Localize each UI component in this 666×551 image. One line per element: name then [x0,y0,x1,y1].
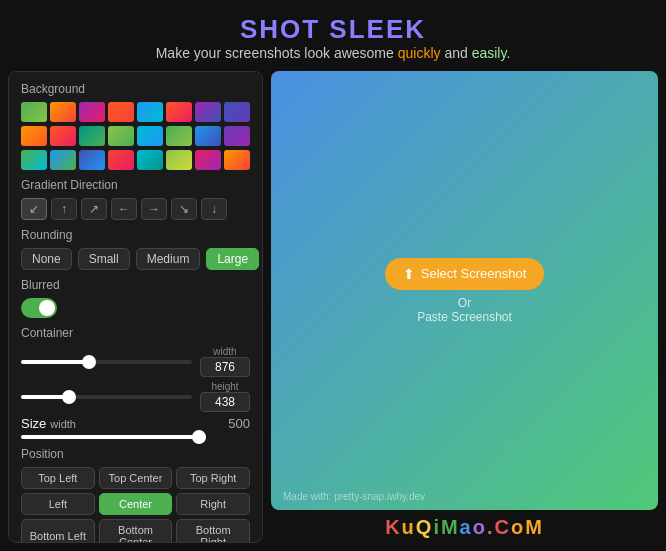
paste-label: Paste Screenshot [417,310,512,324]
height-input-box: height [200,381,250,412]
brand-k: K [385,516,401,538]
dir-btn-se[interactable]: ↘ [171,198,197,220]
height-slider-row: height [21,381,250,412]
subtitle-pre: Make your screenshots look awesome [156,45,398,61]
round-large-btn[interactable]: Large [206,248,259,270]
swatch[interactable] [108,150,134,170]
subtitle-easily: easily [472,45,507,61]
toggle-knob [39,300,55,316]
subtitle-end: . [506,45,510,61]
swatch[interactable] [137,126,163,146]
width-slider-track[interactable] [21,360,192,364]
upload-icon: ⬆ [403,266,415,282]
width-slider-row: width [21,346,250,377]
brand-dot: . [487,516,495,538]
preview-area[interactable]: ⬆ Select Screenshot Or Paste Screenshot … [271,71,658,510]
round-small-btn[interactable]: Small [78,248,130,270]
blurred-label: Blurred [21,278,250,292]
size-slider-track[interactable] [21,435,206,439]
width-input[interactable] [200,357,250,377]
container-label: Container [21,326,250,340]
pos-top-right-btn[interactable]: Top Right [176,467,250,489]
swatch[interactable] [195,150,221,170]
brand-a: a [460,516,473,538]
height-slider-thumb[interactable] [62,390,76,404]
swatch[interactable] [224,126,250,146]
pos-left-btn[interactable]: Left [21,493,95,515]
swatch-grid-1 [21,102,250,122]
gradient-direction-label: Gradient Direction [21,178,250,192]
swatch[interactable] [137,150,163,170]
swatch[interactable] [79,102,105,122]
dir-btn-left[interactable]: ← [111,198,137,220]
dir-btn-sw[interactable]: ↙ [21,198,47,220]
size-slider-thumb[interactable] [192,430,206,444]
swatch[interactable] [108,126,134,146]
size-label: Size [21,416,46,431]
brand-u: u [402,516,416,538]
swatch[interactable] [21,150,47,170]
size-label-row: Size width 500 [21,416,250,431]
select-screenshot-btn[interactable]: ⬆ Select Screenshot [385,258,545,290]
dir-btn-right[interactable]: → [141,198,167,220]
pos-right-btn[interactable]: Right [176,493,250,515]
pos-bottom-right-btn[interactable]: Bottom Right [176,519,250,543]
swatch[interactable] [195,126,221,146]
app-subtitle: Make your screenshots look awesome quick… [0,45,666,61]
swatch[interactable] [166,126,192,146]
height-label: height [211,381,238,392]
brand-area: KuQiMao.CoM [271,510,658,543]
preview-watermark: Made with: pretty-snap.iwhy.dev [283,491,425,502]
swatch[interactable] [195,102,221,122]
brand-i: i [433,516,441,538]
dir-btn-down[interactable]: ↓ [201,198,227,220]
gradient-direction-row: ↙ ↑ ↗ ← → ↘ ↓ [21,198,250,220]
width-slider-thumb[interactable] [82,355,96,369]
swatch-grid-2 [21,126,250,146]
left-panel: Background [8,71,263,543]
rounding-label: Rounding [21,228,250,242]
pos-bottom-center-btn[interactable]: Bottom Center [99,519,173,543]
dir-btn-ne[interactable]: ↗ [81,198,107,220]
subtitle-mid: and [441,45,472,61]
swatch[interactable] [224,102,250,122]
swatch[interactable] [21,102,47,122]
swatch[interactable] [21,126,47,146]
blurred-row [21,298,250,318]
pos-bottom-left-btn[interactable]: Bottom Left [21,519,95,543]
swatch-grid-3 [21,150,250,170]
subtitle-quickly: quickly [398,45,441,61]
preview-center-content: ⬆ Select Screenshot Or Paste Screenshot [385,258,545,324]
dir-btn-up[interactable]: ↑ [51,198,77,220]
round-none-btn[interactable]: None [21,248,72,270]
pos-top-center-btn[interactable]: Top Center [99,467,173,489]
swatch[interactable] [166,102,192,122]
pos-top-left-btn[interactable]: Top Left [21,467,95,489]
size-slider-fill [21,435,206,439]
preview-inner: ⬆ Select Screenshot Or Paste Screenshot [271,71,658,510]
size-value: 500 [228,416,250,431]
height-input[interactable] [200,392,250,412]
brand-q: Q [416,516,434,538]
brand-c: C [495,516,511,538]
swatch[interactable] [50,126,76,146]
swatch[interactable] [137,102,163,122]
swatch[interactable] [79,126,105,146]
or-label: Or [417,296,512,310]
rounding-row: None Small Medium Large [21,248,250,270]
swatch[interactable] [79,150,105,170]
brand-m: M [441,516,460,538]
round-medium-btn[interactable]: Medium [136,248,201,270]
position-label: Position [21,447,250,461]
swatch[interactable] [108,102,134,122]
swatch[interactable] [50,102,76,122]
pos-center-btn[interactable]: Center [99,493,173,515]
swatch[interactable] [50,150,76,170]
blurred-toggle[interactable] [21,298,57,318]
swatch[interactable] [166,150,192,170]
or-paste-area: Or Paste Screenshot [417,296,512,324]
swatch[interactable] [224,150,250,170]
size-width-label: width [50,418,76,430]
height-slider-track[interactable] [21,395,192,399]
select-screenshot-label: Select Screenshot [421,266,527,281]
